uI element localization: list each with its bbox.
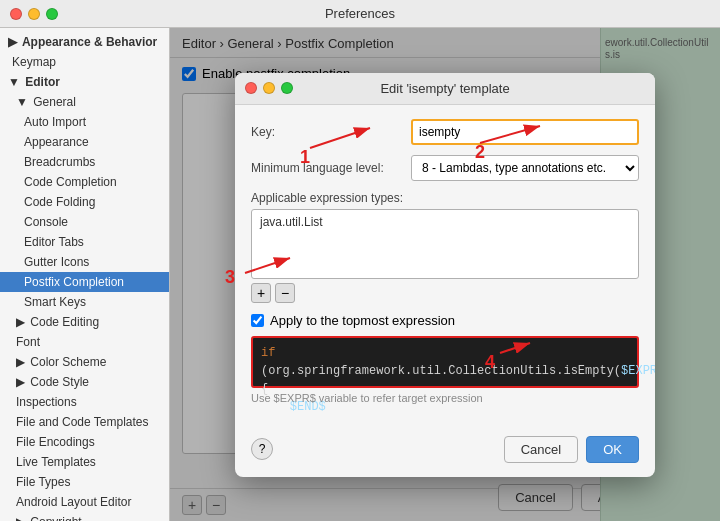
sidebar: ▶ Appearance & Behavior Keymap ▼ Editor … <box>0 28 170 521</box>
modal-titlebar: Edit 'isempty' template <box>235 73 655 105</box>
sidebar-item-appearance-behavior[interactable]: ▶ Appearance & Behavior <box>0 32 169 52</box>
sidebar-item-code-completion[interactable]: Code Completion <box>0 172 169 192</box>
arrow-icon: ▼ <box>16 95 28 109</box>
sidebar-item-code-folding[interactable]: Code Folding <box>0 192 169 212</box>
modal-min-button[interactable] <box>263 82 275 94</box>
modal-ok-button[interactable]: OK <box>586 436 639 463</box>
modal-footer: ? Cancel OK <box>235 428 655 477</box>
arrow-icon: ▼ <box>8 75 20 89</box>
min-lang-label: Minimum language level: <box>251 161 411 175</box>
key-row: Key: <box>251 119 639 145</box>
window-title: Preferences <box>325 6 395 21</box>
remove-type-button[interactable]: − <box>275 283 295 303</box>
sidebar-item-file-code-templates[interactable]: File and Code Templates <box>0 412 169 432</box>
sidebar-item-file-encodings[interactable]: File Encodings <box>0 432 169 452</box>
add-type-button[interactable]: + <box>251 283 271 303</box>
help-button[interactable]: ? <box>251 438 273 460</box>
sidebar-item-console[interactable]: Console <box>0 212 169 232</box>
modal-title: Edit 'isempty' template <box>380 81 509 96</box>
arrow-icon: ▶ <box>8 35 17 49</box>
min-lang-row: Minimum language level: 8 - Lambdas, typ… <box>251 155 639 181</box>
sidebar-item-live-templates[interactable]: Live Templates <box>0 452 169 472</box>
sidebar-item-auto-import[interactable]: Auto Import <box>0 112 169 132</box>
close-button[interactable] <box>10 8 22 20</box>
window-controls <box>10 8 58 20</box>
modal-window-controls <box>245 82 293 94</box>
apply-topmost-label: Apply to the topmost expression <box>270 313 455 328</box>
sidebar-item-code-editing[interactable]: ▶ Code Editing <box>0 312 169 332</box>
main-container: ▶ Appearance & Behavior Keymap ▼ Editor … <box>0 28 720 521</box>
modal-close-button[interactable] <box>245 82 257 94</box>
content-area: Editor › General › Postfix Completion En… <box>170 28 720 521</box>
sidebar-item-smart-keys[interactable]: Smart Keys <box>0 292 169 312</box>
sidebar-item-gutter-icons[interactable]: Gutter Icons <box>0 252 169 272</box>
edit-template-modal: Edit 'isempty' template Key: Minimum lan… <box>235 73 655 477</box>
modal-cancel-button[interactable]: Cancel <box>504 436 578 463</box>
arrow-icon: ▶ <box>16 375 25 389</box>
applicable-label: Applicable expression types: <box>251 191 639 205</box>
sidebar-item-android-layout-editor[interactable]: Android Layout Editor <box>0 492 169 512</box>
min-lang-select[interactable]: 8 - Lambdas, type annotations etc. <box>411 155 639 181</box>
code-line-1: if (org.springframework.util.CollectionU… <box>261 344 629 398</box>
arrow-icon: ▶ <box>16 515 25 521</box>
sidebar-item-keymap[interactable]: Keymap <box>0 52 169 72</box>
sidebar-item-copyright[interactable]: ▶ Copyright <box>0 512 169 521</box>
modal-overlay: Edit 'isempty' template Key: Minimum lan… <box>170 28 720 521</box>
help-text: Use $EXPR$ variable to refer target expr… <box>251 392 639 404</box>
key-label: Key: <box>251 125 411 139</box>
applicable-types-list[interactable]: java.util.List <box>251 209 639 279</box>
applicable-section: Applicable expression types: java.util.L… <box>251 191 639 303</box>
sidebar-item-file-types[interactable]: File Types <box>0 472 169 492</box>
title-bar: Preferences <box>0 0 720 28</box>
arrow-icon: ▶ <box>16 315 25 329</box>
apply-topmost-row: Apply to the topmost expression <box>251 313 639 328</box>
modal-max-button[interactable] <box>281 82 293 94</box>
sidebar-item-postfix-completion[interactable]: Postfix Completion <box>0 272 169 292</box>
sidebar-item-code-style[interactable]: ▶ Code Style <box>0 372 169 392</box>
sidebar-item-font[interactable]: Font <box>0 332 169 352</box>
sidebar-item-editor[interactable]: ▼ Editor <box>0 72 169 92</box>
sidebar-item-general[interactable]: ▼ General <box>0 92 169 112</box>
list-controls: + − <box>251 283 639 303</box>
modal-body: Key: Minimum language level: 8 - Lambdas… <box>235 105 655 428</box>
apply-topmost-checkbox[interactable] <box>251 314 264 327</box>
maximize-button[interactable] <box>46 8 58 20</box>
code-editor[interactable]: if (org.springframework.util.CollectionU… <box>251 336 639 388</box>
sidebar-item-color-scheme[interactable]: ▶ Color Scheme <box>0 352 169 372</box>
modal-action-buttons: Cancel OK <box>504 436 639 463</box>
sidebar-item-inspections[interactable]: Inspections <box>0 392 169 412</box>
sidebar-item-editor-tabs[interactable]: Editor Tabs <box>0 232 169 252</box>
minimize-button[interactable] <box>28 8 40 20</box>
sidebar-item-breadcrumbs[interactable]: Breadcrumbs <box>0 152 169 172</box>
arrow-icon: ▶ <box>16 355 25 369</box>
sidebar-item-appearance[interactable]: Appearance <box>0 132 169 152</box>
list-item: java.util.List <box>256 214 634 230</box>
key-input[interactable] <box>411 119 639 145</box>
